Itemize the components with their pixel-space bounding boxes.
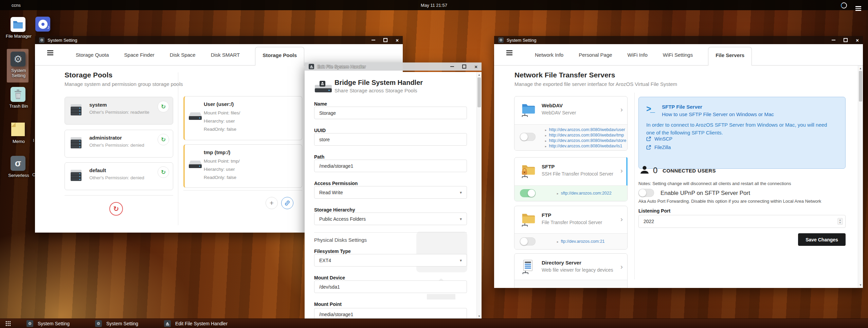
tab-network-info[interactable]: Network Info [535,52,563,65]
mount-device-input[interactable] [314,280,467,293]
chevron-right-icon[interactable]: › [620,166,623,175]
server-card-webdav[interactable]: WebDAV WebDAV Server › ▸http://dev.arozo… [514,96,628,151]
trash-bin-label[interactable]: Trash Bin [4,104,33,109]
scrollbar-thumb[interactable] [477,77,481,107]
filesystem-type-label: Filesystem Type [314,249,351,254]
close-button[interactable]: × [856,38,859,43]
handler-heading: Bridge File System Handler [334,79,423,87]
sftp-folder-lock-icon [520,163,536,179]
window3-content: Network File Transfer Servers Manage the… [494,66,863,288]
window2-scrollbar[interactable]: ▲ ▼ [476,72,482,319]
pool-sync-button[interactable]: ↻ [158,134,169,145]
sftp-toggle[interactable] [520,189,536,197]
ftp-toggle[interactable] [520,237,536,245]
webdav-link[interactable]: ▸http://dev.arozos.com:8080/webdav/store [545,138,626,143]
name-input[interactable] [314,107,467,119]
taskbar-item-system-setting-2[interactable]: ⚙ System Setting [95,320,138,327]
minimize-button[interactable] [372,40,375,40]
tab-space-finder[interactable]: Space Finder [124,52,155,65]
file-manager-icon[interactable] [11,17,25,32]
tab-wifi-info[interactable]: WiFi Info [628,52,648,65]
refresh-pools-button[interactable]: ↻ [109,202,123,216]
bridge-link-button[interactable] [281,197,293,209]
tab-wifi-settings[interactable]: WiFi Settings [663,52,693,65]
filezilla-link[interactable]: FileZilla [646,145,671,150]
webdav-link[interactable]: ▸http://dev.arozos.com:8080/webdav/user [545,127,625,132]
serverless-label[interactable]: Serverless [4,173,33,178]
server-desc: Web file viewer for legacy devices [542,267,613,273]
window3-scrollbar[interactable]: ▲ ▼ [858,66,863,288]
tab-personal-page[interactable]: Personal Page [579,52,612,65]
webdav-link[interactable]: ▸http://dev.arozos.com:8080/webdav/tmp [545,133,624,138]
upnp-toggle[interactable] [638,189,654,197]
memo-label[interactable]: Memo [4,139,33,144]
divider [65,195,173,196]
maximize-button[interactable] [383,38,387,42]
trash-bin-icon[interactable] [11,87,25,102]
system-setting-icon[interactable]: ⚙ [11,52,25,67]
access-permission-select[interactable]: Read Write▾ [314,186,467,199]
minimize-button[interactable] [450,66,454,67]
path-input[interactable] [314,160,467,172]
page-title: Storage Pools [65,71,112,79]
memo-icon[interactable] [11,123,25,136]
window1-titlebar[interactable]: ⚙ System Setting × [35,36,403,44]
pool-card-administrator[interactable]: administrator Other's Permission: denied… [65,130,173,158]
tab-menu-icon[interactable] [506,52,512,53]
tab-menu-icon[interactable] [47,52,53,53]
music-disc-icon: ♪ [38,20,48,29]
close-button[interactable]: × [474,64,477,69]
ftp-link[interactable]: ▸ftp://dev.arozos.com:21 [557,239,605,244]
taskbar-item-edit-fs-handler[interactable]: Edit File System Handler [164,320,228,327]
storage-hierarchy-select[interactable]: Public Access Folders▾ [314,213,467,225]
sftp-link[interactable]: ▸sftp://dev.arozos.com:2022 [557,191,612,196]
mount-point-input[interactable] [314,308,467,319]
server-rack-icon [70,104,83,116]
chevron-right-icon[interactable]: › [620,262,623,271]
chevron-right-icon[interactable]: › [620,215,623,223]
serverless-icon[interactable]: σ [11,156,25,171]
window2-titlebar[interactable]: Edit File System Handler × [305,62,482,71]
trash-icon [14,90,22,99]
pool-card-default[interactable]: default Other's Permission: denied ↻ [65,162,173,190]
add-handler-button[interactable]: + [266,197,278,209]
pool-sync-button[interactable]: ↻ [158,166,169,178]
listening-port-input[interactable] [639,219,837,224]
pool-sync-button[interactable]: ↻ [158,101,169,112]
mount-name: User (user:/) [204,101,234,107]
server-card-sftp[interactable]: SFTP SSH File Transfer Protocol Server ›… [514,157,628,201]
close-button[interactable]: × [396,38,399,43]
filesystem-type-select[interactable]: EXT4▾ [314,254,467,267]
hidden-icon-label-fragment: I [33,138,34,143]
chevron-right-icon[interactable]: › [620,105,623,113]
server-desc: SSH File Transfer Protocol Server [542,171,613,177]
upnp-label: Enable UPnP on SFTP Server Port [661,190,750,197]
tab-storage-quota[interactable]: Storage Quota [76,52,109,65]
music-icon[interactable]: ♪ [35,17,50,32]
save-changes-button[interactable]: Save Changes [798,233,846,246]
scrollbar-thumb[interactable] [859,71,862,102]
tab-disk-smart[interactable]: Disk SMART [211,52,240,65]
server-card-ftp[interactable]: FTP File Transfer Protocol Server › ▸ftp… [514,206,628,250]
window3-titlebar[interactable]: ⚙ System Setting × [494,36,863,44]
taskbar-item-system-setting-1[interactable]: ⚙ System Setting [26,320,70,327]
tab-file-servers[interactable]: File Servers [708,47,752,66]
app-launcher-icon[interactable] [5,321,11,326]
winscp-link[interactable]: WinSCP [646,136,672,142]
file-manager-label[interactable]: File Manager [4,34,33,39]
number-spinner[interactable]: ▲▼ [837,218,843,225]
webdav-toggle[interactable] [520,133,536,141]
uuid-input[interactable] [314,133,467,146]
mount-card-user[interactable]: User (user:/) Mount Point: files/ Hierar… [183,96,302,140]
pool-card-system[interactable]: system Other's Permission: readwrite ↻ [65,97,173,125]
server-card-directory[interactable]: Directory Server Web file viewer for leg… [514,253,628,288]
mount-card-tmp[interactable]: tmp (tmp:/) Mount Point: tmp/ Hierarchy:… [183,144,302,188]
maximize-button[interactable] [844,38,848,42]
system-setting-label[interactable]: System Setting [4,68,33,78]
minimize-button[interactable] [832,40,835,40]
maximize-button[interactable] [462,65,466,69]
webdav-link[interactable]: ▸http://dev.arozos.com:8080/webdav/is1 [545,144,622,148]
topbar-menu-icon[interactable] [855,8,861,9]
tab-storage-pools[interactable]: Storage Pools [255,47,304,66]
tab-disk-space[interactable]: Disk Space [170,52,196,65]
